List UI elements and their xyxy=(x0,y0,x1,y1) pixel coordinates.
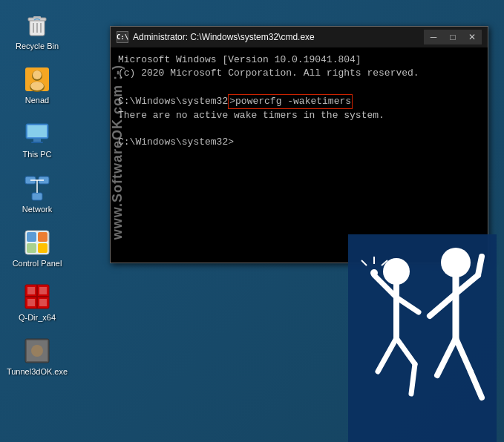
cmd-titlebar-text: Administrator: C:\Windows\system32\cmd.e… xyxy=(133,32,424,42)
cmd-line-3 xyxy=(118,80,480,93)
recycle-bin-icon xyxy=(22,10,52,40)
desktop-icon-nenad[interactable]: Nenad xyxy=(7,62,67,108)
cmd-controls: ─ □ ✕ xyxy=(424,30,482,44)
svg-line-42 xyxy=(396,338,415,364)
svg-rect-22 xyxy=(38,232,48,242)
cmd-next-prompt: C:\Windows\system32> xyxy=(118,136,480,149)
svg-point-9 xyxy=(33,70,42,79)
tunnel3dok-label: Tunnel3dOK.exe xyxy=(7,367,68,377)
svg-line-41 xyxy=(378,338,396,372)
svg-rect-36 xyxy=(348,234,497,442)
nenad-icon xyxy=(22,65,52,94)
svg-rect-2 xyxy=(33,16,41,19)
svg-line-43 xyxy=(411,364,415,394)
cmd-window: C:\ Administrator: C:\Windows\system32\c… xyxy=(110,26,488,263)
recycle-bin-label: Recycle Bin xyxy=(16,42,59,51)
svg-line-55 xyxy=(471,372,482,398)
cmd-prompt-line: C:\Windows\system32>powercfg -waketimers xyxy=(118,94,480,109)
cmd-titlebar[interactable]: C:\ Administrator: C:\Windows\system32\c… xyxy=(111,27,488,47)
svg-rect-28 xyxy=(27,299,35,306)
svg-line-40 xyxy=(396,297,419,312)
cmd-close-button[interactable]: ✕ xyxy=(462,30,482,44)
svg-rect-17 xyxy=(32,193,42,200)
svg-line-54 xyxy=(456,338,471,372)
cmd-line-2: (c) 2020 Microsoft Corporation. All righ… xyxy=(118,67,480,80)
svg-line-53 xyxy=(437,338,456,375)
desktop-icon-network[interactable]: Network xyxy=(7,171,67,217)
network-label: Network xyxy=(22,205,52,214)
cmd-output-line: There are no active wake timers in the s… xyxy=(118,109,480,122)
svg-rect-21 xyxy=(27,232,36,242)
control-panel-icon xyxy=(22,228,52,257)
cmd-prompt-prefix: C:\Windows\system32 xyxy=(118,95,228,108)
desktop-icon-qdir[interactable]: Q-Dir_x64 xyxy=(7,279,67,326)
cmd-maximize-button[interactable]: □ xyxy=(443,30,462,44)
qdir-icon xyxy=(22,282,52,311)
svg-rect-26 xyxy=(27,287,35,294)
svg-point-35 xyxy=(31,345,43,357)
cmd-line-1: Microsoft Windows [Version 10.0.19041.80… xyxy=(118,53,480,67)
svg-line-51 xyxy=(456,275,478,294)
svg-rect-13 xyxy=(33,139,41,142)
svg-rect-27 xyxy=(39,287,47,294)
svg-point-44 xyxy=(370,269,378,277)
network-icon xyxy=(22,174,52,203)
qdir-label: Q-Dir_x64 xyxy=(19,313,56,323)
svg-rect-12 xyxy=(27,125,47,137)
cmd-titlebar-icon: C:\ xyxy=(117,31,128,43)
this-pc-label: This PC xyxy=(22,150,51,159)
svg-line-50 xyxy=(430,294,456,316)
cmd-body[interactable]: Microsoft Windows [Version 10.0.19041.80… xyxy=(111,47,488,263)
desktop-icon-tunnel3dok[interactable]: Tunnel3dOK.exe xyxy=(7,333,67,380)
desktop-icon-recycle-bin[interactable]: Recycle Bin xyxy=(7,7,67,54)
svg-rect-23 xyxy=(27,243,36,253)
nenad-label: Nenad xyxy=(25,96,49,105)
svg-line-39 xyxy=(374,275,396,297)
cmd-command-highlight: >powercfg -waketimers xyxy=(228,94,353,109)
svg-rect-14 xyxy=(31,142,43,143)
svg-rect-24 xyxy=(38,243,48,253)
cmd-minimize-button[interactable]: ─ xyxy=(424,30,443,44)
desktop-icon-control-panel[interactable]: Control Panel xyxy=(7,225,67,271)
svg-rect-29 xyxy=(39,299,47,306)
softwareok-illustration xyxy=(348,234,497,442)
svg-point-10 xyxy=(30,82,44,90)
cmd-line-blank xyxy=(118,122,480,136)
this-pc-icon xyxy=(22,119,52,148)
desktop-icon-this-pc[interactable]: This PC xyxy=(7,116,67,162)
tunnel3dok-icon xyxy=(22,336,52,366)
desktop-icons: Recycle Bin Nenad This PC xyxy=(7,7,67,380)
control-panel-label: Control Panel xyxy=(13,259,62,268)
